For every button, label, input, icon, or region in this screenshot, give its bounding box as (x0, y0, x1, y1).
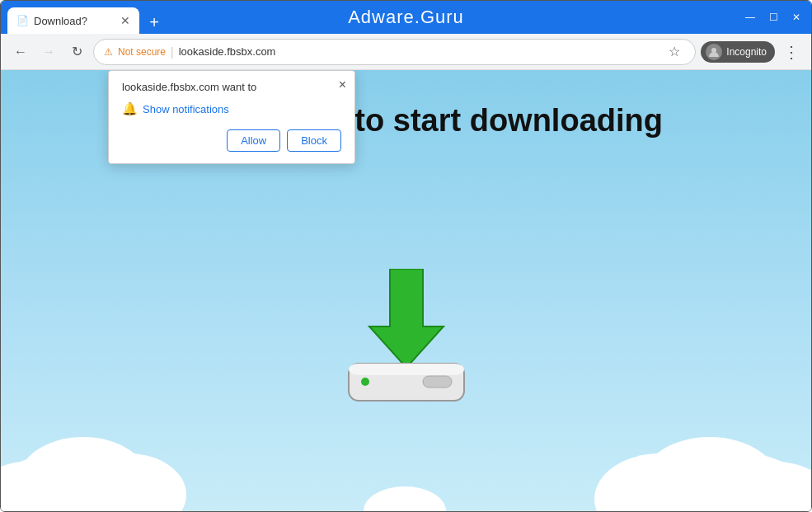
maximize-button[interactable]: ☐ (765, 9, 781, 26)
block-button[interactable]: Block (287, 129, 341, 152)
browser-window: 📄 Download? ✕ + Adware.Guru — ☐ ✕ ← → ↻ … (0, 0, 812, 512)
page-content: Click "Allow" to start downloading × loo… (1, 70, 811, 511)
svg-marker-11 (369, 269, 444, 368)
omnibox[interactable]: ⚠ Not secure | lookaside.fbsbx.com ☆ (93, 39, 696, 65)
close-button[interactable]: ✕ (788, 9, 805, 26)
incognito-button[interactable]: Incognito (701, 41, 775, 63)
omnibox-icons: ☆ (664, 41, 685, 63)
allow-button[interactable]: Allow (227, 129, 280, 152)
reload-button[interactable]: ↻ (65, 40, 88, 63)
svg-rect-13 (349, 364, 464, 375)
bell-icon: 🔔 (122, 101, 138, 116)
menu-button[interactable]: ⋮ (780, 42, 803, 62)
new-tab-button[interactable]: + (143, 11, 166, 34)
svg-point-8 (640, 437, 780, 511)
clouds-bottom (1, 404, 811, 511)
svg-point-4 (17, 437, 149, 511)
tab-title: Download? (34, 15, 115, 27)
show-notifications-link[interactable]: Show notifications (143, 103, 229, 115)
popup-buttons: Allow Block (122, 129, 341, 152)
popup-close-button[interactable]: × (339, 78, 346, 92)
bookmark-icon[interactable]: ☆ (664, 41, 685, 63)
active-tab[interactable]: 📄 Download? ✕ (7, 7, 139, 34)
incognito-icon (706, 44, 722, 60)
security-warning-icon: ⚠ (104, 46, 113, 58)
svg-rect-15 (423, 376, 452, 388)
url-separator: | (171, 45, 174, 59)
svg-point-14 (361, 378, 369, 386)
title-bar: 📄 Download? ✕ + Adware.Guru — ☐ ✕ (1, 1, 811, 34)
notification-popup: × lookaside.fbsbx.com want to 🔔 Show not… (108, 70, 355, 164)
popup-notification-row: 🔔 Show notifications (122, 101, 341, 116)
url-text: lookaside.fbsbx.com (179, 45, 659, 58)
forward-button[interactable]: → (37, 40, 60, 63)
incognito-label: Incognito (726, 46, 767, 58)
window-controls: — ☐ ✕ (742, 9, 805, 26)
download-illustration (332, 269, 481, 412)
svg-point-10 (364, 486, 446, 511)
minimize-button[interactable]: — (742, 9, 758, 26)
address-bar: ← → ↻ ⚠ Not secure | lookaside.fbsbx.com… (1, 34, 811, 70)
security-text: Not secure (118, 46, 166, 58)
tab-favicon: 📄 (16, 14, 29, 27)
popup-domain-text: lookaside.fbsbx.com want to (122, 81, 341, 93)
back-button[interactable]: ← (9, 40, 32, 63)
tab-close-button[interactable]: ✕ (118, 13, 133, 28)
tab-bar: 📄 Download? ✕ + (7, 1, 735, 34)
